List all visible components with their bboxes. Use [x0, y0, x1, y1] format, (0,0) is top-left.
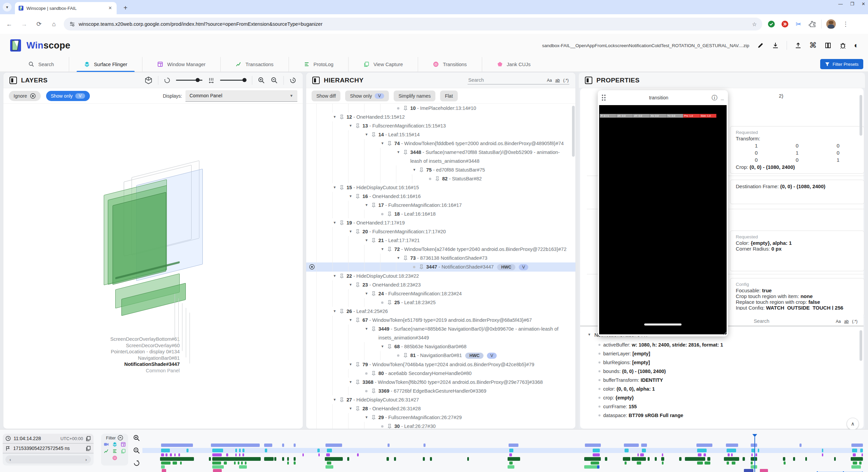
trace-entry-bar[interactable]: [509, 461, 513, 465]
filter-window-icon[interactable]: [121, 442, 126, 447]
tab-jank-cujs[interactable]: Jank CUJs: [482, 57, 546, 72]
expand-arrow-icon[interactable]: ▼: [332, 307, 337, 316]
trace-entry-bar[interactable]: [212, 457, 260, 461]
pin-icon[interactable]: [403, 150, 408, 155]
trace-entry-bar[interactable]: [705, 461, 710, 465]
expand-arrow-icon[interactable]: ▼: [332, 395, 337, 404]
regex-icon[interactable]: (.*): [852, 319, 857, 324]
trace-entry-bar[interactable]: [793, 457, 795, 461]
tree-row[interactable]: ▼ 28 - OneHanded:26:31#28: [306, 404, 575, 413]
expand-arrow-icon[interactable]: ▼: [380, 139, 385, 148]
trace-entry-bar[interactable]: [751, 457, 757, 461]
expand-arrow-icon[interactable]: ▼: [348, 280, 353, 289]
trace-entry-bar[interactable]: [180, 461, 182, 465]
trace-entry-bar[interactable]: [326, 453, 330, 456]
trace-entry-bar[interactable]: [318, 453, 320, 456]
tree-row[interactable]: ▼ 27 - HideDisplayCutout:26:31#27: [306, 395, 575, 404]
tree-row[interactable]: ▼ 73 - 8736138 NotificationShade#73: [306, 254, 575, 262]
tree-row[interactable]: ▼ 26 - Leaf:24:25#26: [306, 307, 575, 316]
extensions-puzzle-icon[interactable]: [808, 20, 816, 28]
transition-viewer-window[interactable]: transition ⓘ _ P: 0 / 1dX: 0.0dY: 0.0Xv:…: [598, 90, 728, 336]
resize-handle-icon[interactable]: [723, 331, 727, 335]
trace-entry-bar[interactable]: [239, 453, 240, 456]
expand-arrow-icon[interactable]: ▼: [332, 272, 337, 280]
hierarchy-search-input[interactable]: Search Aa ab (.*): [468, 76, 569, 84]
copy-icon[interactable]: [86, 446, 91, 451]
edit-filename-icon[interactable]: [757, 42, 764, 49]
property-row[interactable]: dataspace: BT709 sRGB Full range: [587, 413, 861, 418]
trace-entry-bar[interactable]: [640, 453, 644, 456]
pin-icon[interactable]: [419, 264, 423, 270]
selected-trace-entry-bar[interactable]: [744, 469, 753, 472]
trace-entry-bar[interactable]: [509, 449, 514, 452]
tree-row[interactable]: ▼ 22 - HideDisplayCutout:18:23#22: [306, 272, 575, 280]
trace-entry-bar[interactable]: [294, 457, 295, 461]
layers-3d-canvas[interactable]: ScreenDecorOverlayBottom#61ScreenDecorOv…: [3, 104, 303, 428]
tab-search[interactable]: Search: [14, 57, 69, 72]
layer-label[interactable]: NotificationShade#3447: [124, 361, 180, 367]
trace-entry-bar[interactable]: [226, 453, 228, 456]
pin-icon[interactable]: [356, 318, 360, 323]
trace-entry-bar[interactable]: [637, 461, 641, 465]
trace-entry-bar[interactable]: [641, 444, 647, 447]
trace-entry-bar[interactable]: [696, 444, 712, 447]
pin-icon[interactable]: [372, 291, 376, 296]
expand-arrow-icon[interactable]: ▼: [380, 245, 385, 254]
trace-entry-bar[interactable]: [161, 444, 193, 447]
expand-arrow-icon[interactable]: ▼: [364, 130, 369, 139]
trace-entry-bar[interactable]: [726, 444, 738, 447]
properties-search-input[interactable]: Search: [754, 318, 769, 324]
pin-icon[interactable]: [340, 185, 344, 190]
pin-icon[interactable]: [356, 380, 360, 385]
site-settings-icon[interactable]: [69, 21, 75, 27]
filter-presets-button[interactable]: Filter Presets: [820, 59, 863, 69]
match-case-icon[interactable]: Aa: [547, 78, 552, 83]
trace-entry-bar[interactable]: [697, 461, 703, 465]
tab-window-manager[interactable]: Window Manager: [142, 57, 220, 72]
expand-arrow-icon[interactable]: ▼: [364, 324, 369, 333]
trace-entry-bar[interactable]: [822, 453, 823, 456]
pin-icon[interactable]: [356, 123, 360, 129]
info-icon[interactable]: ⓘ: [712, 94, 717, 102]
selected-trace-entry-bar[interactable]: [597, 465, 599, 469]
layer-label[interactable]: ScreenDecorOverlayBottom#61: [110, 336, 180, 342]
trace-entry-bar[interactable]: [605, 457, 607, 461]
pin-icon[interactable]: [403, 353, 408, 358]
trace-entry-bar[interactable]: [264, 457, 274, 461]
trace-entry-bar[interactable]: [212, 453, 222, 456]
trace-entry-bar[interactable]: [467, 457, 469, 461]
property-row[interactable]: color: (0, 0, 0), alpha: 1: [587, 386, 861, 392]
tab-view-capture[interactable]: View Capture: [348, 57, 418, 72]
timeline-cursor-marker[interactable]: [752, 434, 757, 437]
expand-arrow-icon[interactable]: ▼: [396, 254, 401, 262]
tree-row[interactable]: ▼ 3449 - Surface(name=885b63e Navigation…: [306, 324, 575, 342]
trace-entry-bar[interactable]: [623, 457, 630, 461]
rotation-slider[interactable]: [176, 80, 202, 81]
trace-entry-bar[interactable]: [235, 449, 237, 452]
browser-tab[interactable]: Winscope | sandbox-FAIL ✕: [15, 2, 117, 14]
pin-icon[interactable]: [372, 371, 376, 376]
trace-entry-bar[interactable]: [822, 449, 823, 452]
tree-row[interactable]: 3369 - 67726bf EdgeBackGestureHandler0#3…: [306, 387, 575, 395]
trace-entry-bar[interactable]: [648, 457, 650, 461]
trace-entry-bar[interactable]: [751, 461, 753, 465]
new-tab-button[interactable]: +: [121, 3, 130, 13]
pin-icon[interactable]: [388, 212, 392, 217]
expand-arrow-icon[interactable]: ▼: [332, 183, 337, 192]
toggle-simplify-names[interactable]: Simplify names: [394, 91, 435, 101]
tab-protolog[interactable]: ProtoLog: [289, 57, 349, 72]
trace-entry-bar[interactable]: [160, 457, 194, 461]
trace-entry-bar[interactable]: [853, 461, 857, 465]
trace-entry-bar[interactable]: [852, 449, 857, 452]
tree-row[interactable]: ▼ 67 - WindowToken{e5176f9 type=2019 and…: [306, 316, 575, 324]
collapse-panel-icon[interactable]: [585, 77, 592, 84]
trace-entry-bar[interactable]: [508, 457, 520, 461]
pin-icon[interactable]: [340, 274, 344, 279]
trace-entry-bar[interactable]: [212, 461, 221, 465]
expand-arrow-icon[interactable]: ▼: [332, 218, 337, 227]
pin-icon[interactable]: [388, 300, 392, 305]
timeline-tracks[interactable]: [142, 434, 863, 468]
trace-entry-bar[interactable]: [282, 457, 284, 461]
trace-entry-bar[interactable]: [327, 449, 332, 452]
shortcuts-icon[interactable]: ⌘: [809, 41, 817, 50]
